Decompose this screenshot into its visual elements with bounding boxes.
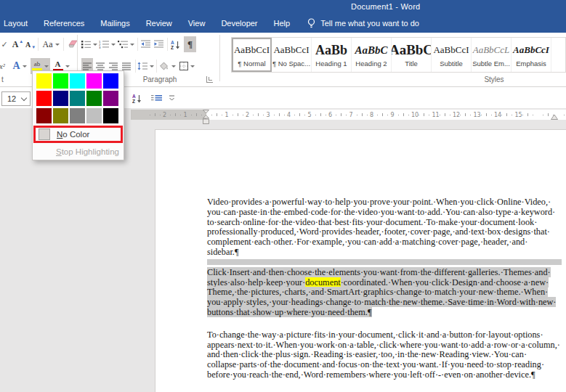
tab-mailings[interactable]: Mailings	[92, 13, 137, 33]
highlight-color-swatch[interactable]	[86, 91, 102, 106]
numbering-button[interactable]: 1 2 3	[99, 36, 116, 52]
stop-highlighting-option[interactable]: Stop Highlighting	[33, 145, 124, 158]
paragraph[interactable]: Click·Insert·and·then·choose·the·element…	[207, 268, 565, 318]
style-item--normal[interactable]: AaBbCcI¶ Normal	[232, 38, 272, 72]
tab-view[interactable]: View	[180, 13, 214, 33]
right-indent-marker-icon[interactable]	[551, 114, 558, 120]
style-item--no-spac-[interactable]: AaBbCcI¶ No Spac...	[272, 38, 312, 72]
dropdown-arrow-icon	[44, 65, 49, 70]
list-format-button-qat[interactable]	[149, 91, 163, 105]
line-spacing-button[interactable]	[137, 58, 154, 74]
highlight-color-swatch[interactable]	[86, 73, 102, 89]
borders-button[interactable]	[178, 58, 195, 74]
separator	[137, 38, 138, 51]
ruler-tick	[481, 115, 482, 115]
svg-text:3: 3	[99, 46, 101, 49]
change-case-button[interactable]: Aa	[41, 36, 61, 52]
tab-review[interactable]: Review	[138, 13, 180, 33]
decrease-indent-button[interactable]	[140, 36, 151, 52]
tab-references[interactable]: References	[36, 13, 92, 33]
highlight-color-swatch[interactable]	[86, 108, 102, 123]
style-item-title[interactable]: AaBbCTitle	[392, 38, 432, 72]
highlight-color-swatch[interactable]	[36, 108, 52, 123]
dropdown-arrow-icon	[111, 44, 116, 48]
grow-font-button[interactable]: A▲	[12, 36, 24, 52]
ruler-tick	[424, 113, 424, 116]
superscript-button[interactable]: x²	[0, 58, 7, 74]
highlight-color-swatch[interactable]	[103, 108, 118, 123]
tab-developer[interactable]: Developer	[213, 13, 265, 33]
tell-me[interactable]: Tell me what you want to do	[307, 17, 419, 28]
document-text[interactable]: Video·provides·a·powerful·way·to·help·yo…	[207, 197, 565, 380]
ruler-tick	[222, 115, 222, 115]
selected-text: styles·also·help·keep·your·document·coor…	[207, 277, 549, 287]
highlight-color-swatch[interactable]	[70, 91, 85, 106]
style-preview: AaBbCcI	[513, 41, 549, 60]
font-size-combobox[interactable]: 12	[1, 91, 31, 106]
ruler-tick	[527, 113, 528, 116]
no-color-option[interactable]: No Color	[36, 128, 121, 141]
svg-text:Z: Z	[171, 45, 174, 49]
dropdown-arrow-icon	[23, 65, 27, 70]
style-item-ir[interactable]: AIr	[551, 38, 566, 72]
ruler-tick	[201, 115, 202, 115]
highlight-color-swatch[interactable]	[53, 108, 68, 123]
word-window: Document1 - Word LayoutReferencesMailing…	[0, 0, 566, 392]
text-line: sidebar.¶	[207, 248, 565, 258]
ruler-tick	[263, 115, 264, 115]
style-item-heading-2[interactable]: AaBbCHeading 2	[352, 38, 392, 72]
bullets-button[interactable]	[81, 36, 97, 52]
selected-text: Click·Insert·and·then·choose·the·element…	[207, 267, 551, 277]
multilevel-list-button[interactable]	[117, 36, 135, 52]
indent-markers-icon[interactable]	[203, 110, 209, 126]
ruler-number: 11	[432, 112, 440, 118]
tab-help[interactable]: Help	[266, 13, 299, 33]
shrink-font-button[interactable]: A▼	[25, 36, 36, 52]
shading-button[interactable]	[158, 58, 176, 74]
document-page[interactable]: Video·provides·a·powerful·way·to·help·yo…	[155, 129, 566, 392]
text-effects-button[interactable]: A	[10, 58, 29, 74]
highlight-color-swatch[interactable]	[70, 108, 85, 123]
sort-button[interactable]: A Z	[169, 36, 182, 52]
paragraph[interactable]: Video·provides·a·powerful·way·to·help·yo…	[207, 197, 565, 258]
increase-indent-button[interactable]	[153, 36, 164, 52]
line-spacing-icon	[137, 62, 147, 70]
font-size-value: 12	[7, 94, 16, 103]
clear-formatting-button[interactable]	[65, 36, 80, 52]
ruler-tick	[486, 113, 487, 116]
ruler-tick	[326, 115, 326, 115]
style-label: Emphasis	[516, 60, 546, 70]
style-item-emphasis[interactable]: AaBbCcIEmphasis	[512, 38, 551, 72]
highlight-color-swatch[interactable]	[53, 91, 68, 106]
style-item-subtitle[interactable]: AaBbCcISubtitle	[432, 38, 472, 72]
sort-button-qat[interactable]: A Z	[129, 91, 144, 105]
ruler-number: 4	[287, 112, 291, 118]
style-item-subtle-em-[interactable]: AaBbCcLSubtle Em...	[472, 38, 512, 72]
paragraph-dialog-launcher-icon[interactable]	[206, 76, 213, 83]
text-line: and·then·click·the·plus·sign.·Reading·is…	[207, 350, 565, 360]
highlight-color-swatch[interactable]	[36, 73, 52, 89]
highlight-color-swatch[interactable]	[103, 91, 118, 106]
ruler-tick	[465, 113, 466, 116]
more-commands-button[interactable]	[166, 91, 177, 105]
text-line: you·can·paste·in·the·embed·code·for·the·…	[207, 208, 565, 218]
check-icon[interactable]: ✓	[0, 36, 10, 52]
highlight-color-swatch[interactable]	[36, 91, 52, 106]
highlight-color-swatch[interactable]	[103, 73, 118, 89]
text-line: To·change·the·way·a·picture·fits·in·your…	[207, 330, 565, 340]
highlight-color-swatch[interactable]	[70, 73, 85, 89]
horizontal-ruler[interactable]: 12345678910111213141521	[131, 110, 566, 120]
paragraph[interactable]: To·change·the·way·a·picture·fits·in·your…	[207, 330, 565, 380]
separator	[38, 38, 39, 51]
style-item-heading-1[interactable]: AaBbHeading 1	[312, 38, 352, 72]
ruler-tick	[440, 115, 440, 115]
ruler-tick	[258, 113, 259, 116]
style-label: ¶ No Spac...	[272, 60, 310, 70]
text-line: collapse·parts·of·the·document·and·focus…	[207, 360, 565, 370]
highlight-color-swatch[interactable]	[53, 73, 68, 89]
ruler-number: 14	[494, 112, 501, 118]
ruler-tick	[398, 115, 399, 115]
tab-layout[interactable]: Layout	[0, 13, 36, 33]
text-line: appears·next·to·it.·When·you·work·on·a·t…	[207, 340, 565, 351]
show-formatting-marks-button[interactable]: ¶	[184, 36, 196, 52]
